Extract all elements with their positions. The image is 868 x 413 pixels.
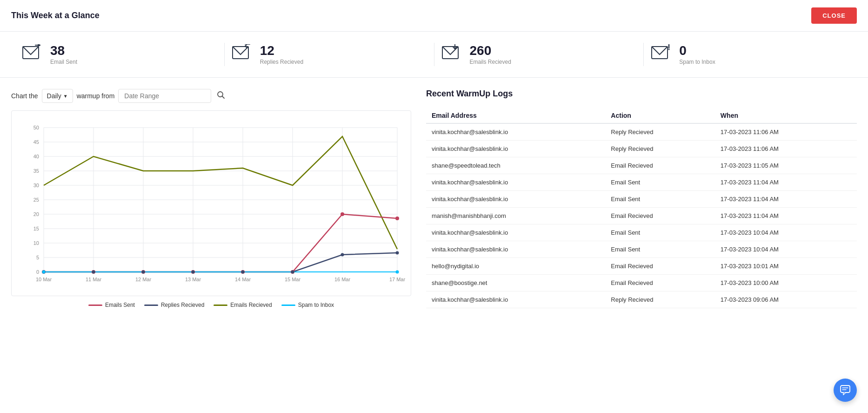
spam-email-icon [651,44,672,65]
legend-spam: Spam to Inbox [281,302,334,308]
chart-interval-value: Daily [47,92,61,100]
svg-point-8 [668,48,670,50]
table-cell-when: 17-03-2023 11:04 AM [715,174,857,191]
table-cell-when: 17-03-2023 10:04 AM [715,241,857,258]
svg-text:35: 35 [33,168,39,174]
table-row: shane@boostige.netEmail Recieved17-03-20… [426,275,857,291]
stat-spam-info: 0 Spam to Inbox [679,44,715,66]
stat-divider-2 [434,43,434,66]
svg-text:25: 25 [33,197,39,203]
close-button[interactable]: CLOSE [811,7,857,24]
svg-text:12 Mar: 12 Mar [135,277,152,282]
legend-emails-received: Emails Recieved [214,302,272,308]
chart-legend: Emails Sent Replies Recieved Emails Reci… [11,302,411,308]
table-row: hello@nydigital.ioEmail Recieved17-03-20… [426,258,857,275]
stat-replies-value: 12 [260,44,303,58]
table-cell-email: hello@nydigital.io [426,258,605,275]
logs-table: Email Address Action When vinita.kochhar… [426,108,857,308]
table-cell-action: Email Recieved [605,157,715,174]
svg-line-10 [222,96,225,99]
svg-point-61 [241,271,245,274]
svg-text:10 Mar: 10 Mar [36,277,52,282]
table-cell-email: vinita.kochhar@salesblink.io [426,224,605,241]
page-header: This Week at a Glance CLOSE [0,0,868,32]
table-cell-action: Email Sent [605,191,715,208]
svg-text:50: 50 [33,125,39,130]
table-row: vinita.kochhar@salesblink.ioEmail Sent17… [426,224,857,241]
table-row: manish@manishbhanji.comEmail Recieved17-… [426,208,857,224]
stat-email-sent-label: Email Sent [50,59,77,65]
table-cell-when: 17-03-2023 10:04 AM [715,224,857,241]
table-row: vinita.kochhar@salesblink.ioEmail Sent17… [426,241,857,258]
svg-text:40: 40 [33,154,39,159]
table-cell-email: vinita.kochhar@salesblink.io [426,291,605,308]
svg-point-65 [42,271,46,274]
table-row: vinita.kochhar@salesblink.ioReply Reciev… [426,291,857,308]
stat-email-sent: 38 Email Sent [22,44,217,66]
search-button[interactable] [215,89,227,103]
stat-emails-received-value: 260 [470,44,511,58]
table-row: vinita.kochhar@salesblink.ioEmail Sent17… [426,191,857,208]
svg-point-60 [192,271,195,274]
svg-point-56 [395,217,399,220]
svg-point-66 [396,271,399,274]
legend-replies: Replies Recieved [144,302,204,308]
table-cell-when: 17-03-2023 11:06 AM [715,141,857,157]
svg-point-63 [341,253,344,257]
stat-spam-label: Spam to Inbox [679,59,715,65]
svg-text:11 Mar: 11 Mar [86,277,102,282]
recent-logs-title: Recent WarmUp Logs [426,89,857,99]
date-range-input[interactable] [118,89,211,103]
svg-text:10: 10 [33,240,39,246]
stat-replies: 12 Replies Recieved [232,44,427,66]
legend-replies-color [144,305,158,306]
line-chart: 0 5 10 15 20 25 30 35 40 45 50 10 Mar 11… [15,118,407,291]
table-cell-email: vinita.kochhar@salesblink.io [426,241,605,258]
inbox-email-icon [442,44,462,65]
right-section: Recent WarmUp Logs Email Address Action … [411,89,857,308]
table-cell-action: Email Sent [605,174,715,191]
legend-replies-label: Replies Recieved [161,302,204,308]
table-cell-email: shane@speedtolead.tech [426,157,605,174]
table-cell-when: 17-03-2023 10:01 AM [715,258,857,275]
svg-text:15: 15 [33,226,39,231]
table-cell-email: shane@boostige.net [426,275,605,291]
col-when: When [715,108,857,123]
stat-divider-1 [224,43,225,66]
table-cell-action: Email Recieved [605,275,715,291]
logs-table-body: vinita.kochhar@salesblink.ioReply Reciev… [426,123,857,308]
table-cell-when: 17-03-2023 09:06 AM [715,291,857,308]
table-cell-email: vinita.kochhar@salesblink.io [426,141,605,157]
table-cell-when: 17-03-2023 10:00 AM [715,275,857,291]
svg-text:16 Mar: 16 Mar [334,277,351,282]
stat-emails-received: 260 Emails Recieved [442,44,636,66]
reply-email-icon [232,44,253,65]
legend-spam-color [281,305,295,306]
table-cell-action: Reply Recieved [605,291,715,308]
legend-emails-sent-label: Emails Sent [105,302,135,308]
chart-interval-dropdown[interactable]: Daily ▼ [42,89,73,103]
stat-replies-label: Replies Recieved [260,59,303,65]
stat-spam-value: 0 [679,44,715,58]
svg-text:30: 30 [33,183,39,188]
legend-emails-sent: Emails Sent [88,302,135,308]
stats-row: 38 Email Sent 12 Replies Recieved [0,32,868,78]
main-content: Chart the Daily ▼ warmup from [0,78,868,319]
svg-text:13 Mar: 13 Mar [185,277,201,282]
col-email: Email Address [426,108,605,123]
stat-email-sent-value: 38 [50,44,77,58]
stat-replies-info: 12 Replies Recieved [260,44,303,66]
table-cell-when: 17-03-2023 11:05 AM [715,157,857,174]
stat-emails-received-info: 260 Emails Recieved [470,44,511,66]
table-cell-when: 17-03-2023 11:04 AM [715,191,857,208]
col-action: Action [605,108,715,123]
chart-prefix-label: Chart the [11,92,38,100]
table-cell-action: Email Sent [605,224,715,241]
svg-point-59 [142,271,145,274]
table-cell-email: vinita.kochhar@salesblink.io [426,123,605,141]
table-row: vinita.kochhar@salesblink.ioEmail Sent17… [426,174,857,191]
svg-point-62 [291,271,294,274]
legend-emails-received-color [214,305,227,306]
chart-section: Chart the Daily ▼ warmup from [11,89,411,308]
table-row: vinita.kochhar@salesblink.ioReply Reciev… [426,123,857,141]
